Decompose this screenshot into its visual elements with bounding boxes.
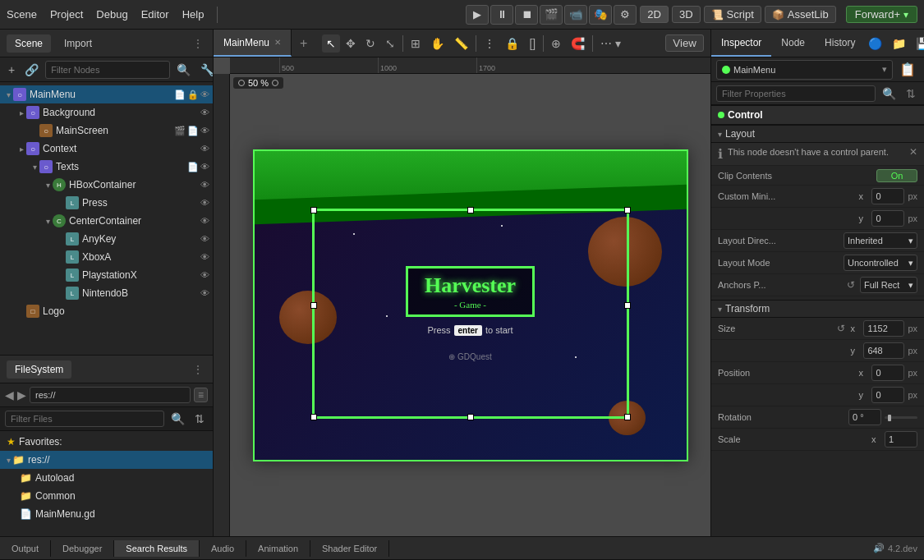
canvas-area[interactable]: 500 1000 1700 50 % — [214, 57, 710, 536]
extra-button[interactable]: 🎭 — [589, 5, 612, 25]
vis-icon-context[interactable]: 👁 — [200, 144, 209, 154]
fs-filter-search-btn[interactable]: 🔍 — [168, 411, 188, 427]
tree-item-background[interactable]: ▸ ○ Background 👁 — [0, 103, 213, 122]
bottom-tab-debugger[interactable]: Debugger — [51, 540, 114, 557]
play-button[interactable]: ▶ — [466, 5, 489, 25]
tab-close-icon[interactable]: ✕ — [274, 38, 281, 47]
anchors-dropdown[interactable]: Full Rect ▾ — [860, 277, 917, 293]
stop-button[interactable]: ⏹ — [515, 5, 538, 25]
vis-icon-mainscreen[interactable]: 👁 — [200, 126, 209, 136]
extra2-button[interactable]: ⚙ — [614, 5, 637, 25]
vis-icon-nintendob[interactable]: 👁 — [200, 288, 209, 298]
menu-editor[interactable]: Editor — [141, 8, 169, 21]
section-layout-header[interactable]: ▾ Layout — [711, 125, 924, 143]
scene-more-btn[interactable]: 🔧 — [197, 62, 213, 78]
tool-grid[interactable]: ⋯ ▾ — [596, 34, 625, 53]
remote-button[interactable]: 🎬 — [540, 5, 563, 25]
tool-move[interactable]: ✥ — [342, 34, 360, 53]
link-node-btn[interactable]: 🔗 — [21, 62, 42, 78]
import-tab[interactable]: Import — [56, 34, 100, 53]
add-node-btn[interactable]: + — [5, 62, 18, 78]
position-x-field[interactable] — [871, 365, 904, 381]
bottom-tab-output[interactable]: Output — [0, 540, 51, 557]
scene-tab[interactable]: Scene — [7, 34, 51, 53]
size-reset-btn[interactable]: ↺ — [835, 323, 847, 334]
search-nodes-btn[interactable]: 🔍 — [173, 62, 194, 78]
tool-more1[interactable]: ⋮ — [480, 34, 499, 53]
vis-icon-mainmenu[interactable]: 👁 — [200, 90, 209, 100]
tool-pivot[interactable]: ⊕ — [547, 34, 565, 53]
tree-item-nintendob[interactable]: ▸ L NintendoB 👁 — [0, 284, 213, 302]
vis-icon-press[interactable]: 👁 — [200, 198, 209, 208]
size-y-field[interactable] — [863, 342, 904, 359]
menu-debug[interactable]: Debug — [96, 8, 127, 21]
section-control-header[interactable]: Control — [711, 105, 924, 125]
view-btn[interactable]: View — [665, 34, 704, 52]
fs-item-common[interactable]: 📁 Common — [0, 487, 213, 505]
mode-3d-btn[interactable]: 3D — [672, 6, 701, 23]
vis-icon-xboxa[interactable]: 👁 — [200, 252, 209, 262]
tree-item-centercontainer[interactable]: ▾ C CenterContainer 👁 — [0, 212, 213, 230]
clip-contents-toggle[interactable]: On — [876, 169, 917, 182]
tool-ruler[interactable]: 📏 — [450, 34, 472, 53]
tree-item-press[interactable]: ▸ L Press 👁 — [0, 194, 213, 212]
insp-icon-2[interactable]: 📁 — [889, 35, 909, 52]
tree-item-mainmenu[interactable]: ▾ ○ MainMenu 📄 🔒 👁 — [0, 85, 213, 103]
size-x-field[interactable] — [863, 320, 904, 337]
bottom-tab-animation[interactable]: Animation — [246, 540, 310, 557]
tree-item-context[interactable]: ▸ ○ Context 👁 — [0, 140, 213, 158]
fs-tab[interactable]: FileSystem — [7, 360, 71, 379]
pause-button[interactable]: ⏸ — [490, 5, 513, 25]
tree-item-anykey[interactable]: ▸ L AnyKey 👁 — [0, 230, 213, 248]
node-doc-icon[interactable]: 📋 — [896, 60, 919, 79]
menu-project[interactable]: Project — [50, 8, 83, 21]
fs-sort-btn[interactable]: ⇅ — [191, 411, 208, 427]
menu-scene[interactable]: Scene — [7, 8, 37, 21]
fs-item-autoload[interactable]: 📁 Autoload — [0, 469, 213, 487]
fs-back-btn[interactable]: ◀ — [5, 388, 14, 402]
fs-filter-input[interactable] — [5, 411, 164, 427]
insp-icon-save[interactable]: 💾 — [913, 35, 924, 52]
tool-scale[interactable]: ⤡ — [381, 34, 399, 53]
tree-item-hboxcontainer[interactable]: ▾ H HBoxContainer 👁 — [0, 176, 213, 194]
vis-icon-center[interactable]: 👁 — [200, 216, 209, 226]
rotation-field[interactable] — [848, 409, 881, 425]
filter-properties-input[interactable] — [716, 85, 876, 102]
fs-forward-btn[interactable]: ▶ — [17, 388, 26, 402]
movie-button[interactable]: 📹 — [564, 5, 587, 25]
tab-inspector[interactable]: Inspector — [711, 30, 771, 57]
rotation-slider[interactable] — [885, 416, 917, 419]
anchors-reset-btn[interactable]: ↺ — [845, 279, 857, 291]
filter-search-icon[interactable]: 🔍 — [879, 85, 899, 102]
forward-btn[interactable]: Forward+ ▾ — [846, 6, 917, 23]
fs-more-icon[interactable]: ⋮ — [190, 362, 206, 377]
menu-help[interactable]: Help — [182, 8, 205, 21]
bottom-tab-audio[interactable]: Audio — [200, 540, 246, 557]
layout-dir-dropdown[interactable]: Inherited ▾ — [844, 232, 917, 249]
custom-min-x-field[interactable] — [871, 188, 904, 204]
section-transform-header[interactable]: ▾ Transform — [711, 300, 924, 318]
vis-icon-hbox[interactable]: 👁 — [200, 180, 209, 190]
tool-snap[interactable]: ⊞ — [407, 34, 425, 53]
tree-item-logo[interactable]: ▸ □ Logo — [0, 302, 213, 320]
note-close-icon[interactable]: ✕ — [909, 146, 917, 158]
fs-view-mode-btn[interactable]: ≡ — [194, 388, 208, 402]
tree-item-xboxa[interactable]: ▸ L XboxA 👁 — [0, 248, 213, 266]
filter-sort-icon[interactable]: ⇅ — [903, 85, 919, 102]
fs-item-res[interactable]: ▾ 📁 res:// — [0, 451, 213, 469]
bottom-tab-shader[interactable]: Shader Editor — [310, 540, 389, 557]
mode-assetlib-btn[interactable]: 📦 AssetLib — [765, 6, 836, 23]
vis-icon-background[interactable]: 👁 — [200, 108, 209, 117]
tab-node[interactable]: Node — [771, 30, 815, 57]
tool-group[interactable]: [] — [525, 34, 540, 53]
panel-more-icon[interactable]: ⋮ — [190, 36, 206, 51]
mode-2d-btn[interactable]: 2D — [640, 6, 669, 23]
scale-x-field[interactable] — [885, 431, 917, 448]
tab-mainmenu[interactable]: MainMenu ✕ — [214, 30, 292, 57]
bottom-tab-search[interactable]: Search Results — [114, 540, 200, 557]
insp-icon-1[interactable]: 🔵 — [865, 35, 885, 52]
vis-icon-texts[interactable]: 👁 — [200, 162, 209, 172]
filter-nodes-input[interactable] — [45, 61, 170, 79]
tree-item-texts[interactable]: ▾ ○ Texts 📄 👁 — [0, 158, 213, 176]
vis-icon-anykey[interactable]: 👁 — [200, 234, 209, 244]
